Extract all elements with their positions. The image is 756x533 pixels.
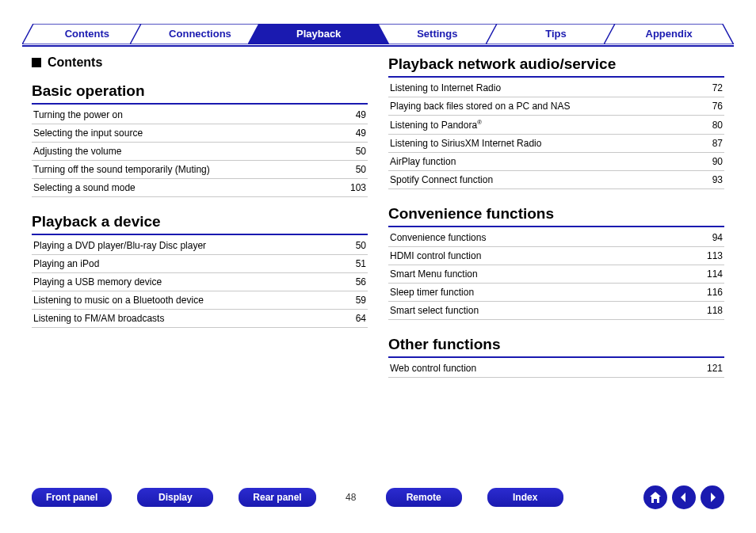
toc-page: 80: [712, 120, 723, 131]
toc-label: Listening to Internet Radio: [390, 82, 501, 93]
section-title: Playback network audio/service: [388, 55, 724, 78]
toc-row[interactable]: Playing back files stored on a PC and NA…: [388, 97, 724, 116]
toc-page: 49: [356, 109, 366, 120]
right-column: Playback network audio/serviceListening …: [388, 55, 724, 394]
back-icon: [678, 491, 690, 504]
toc-label: Smart Menu function: [390, 268, 478, 280]
toc-row[interactable]: Convenience functions94: [388, 229, 724, 247]
toc-page: 113: [707, 250, 723, 261]
toc-label: Listening to music on a Bluetooth device: [33, 295, 204, 306]
tab-label: Tips: [545, 28, 567, 40]
display-button[interactable]: Display: [137, 488, 213, 507]
registered-mark: ®: [477, 119, 482, 126]
toc-label: Playing a DVD player/Blu-ray Disc player: [33, 240, 206, 251]
content-columns: Contents Basic operationTurning the powe…: [32, 55, 724, 394]
toc-row[interactable]: Playing a USB memory device56: [32, 273, 368, 291]
toc-label: Turning the power on: [33, 109, 123, 120]
toc-label: Playing an iPod: [33, 258, 99, 269]
section-gap: [388, 378, 724, 394]
toc-label: Adjusting the volume: [33, 146, 121, 157]
toc-label: Listening to Pandora®: [390, 119, 482, 131]
tab-label: Connections: [169, 28, 231, 40]
toc-row[interactable]: Turning off the sound temporarily (Mutin…: [32, 161, 368, 179]
tab-appendix[interactable]: Appendix: [604, 24, 734, 44]
section-title: Playback a device: [32, 213, 368, 235]
contents-heading: Contents: [32, 55, 368, 70]
toc-row[interactable]: Listening to Pandora®80: [388, 116, 724, 135]
toc-page: 90: [712, 156, 723, 167]
section-gap: [388, 189, 724, 205]
back-button[interactable]: [672, 485, 696, 509]
toc-row[interactable]: Listening to FM/AM broadcasts64: [32, 310, 368, 328]
tab-label: Contents: [65, 28, 109, 40]
index-button[interactable]: Index: [487, 488, 563, 507]
remote-button[interactable]: Remote: [386, 488, 462, 507]
section-gap: [388, 320, 724, 336]
tab-label: Settings: [417, 28, 457, 40]
toc-label: Turning off the sound temporarily (Mutin…: [33, 164, 210, 175]
toc-page: 87: [712, 138, 723, 149]
rear-panel-button[interactable]: Rear panel: [239, 488, 315, 507]
home-button[interactable]: [643, 485, 667, 509]
toc-page: 94: [712, 232, 723, 243]
toc-page: 121: [707, 363, 723, 374]
toc-row[interactable]: Selecting the input source49: [32, 124, 368, 143]
toc-row[interactable]: HDMI control function113: [388, 247, 724, 265]
page-number: 48: [342, 492, 361, 503]
toc-row[interactable]: Selecting a sound mode103: [32, 179, 368, 197]
toc-row[interactable]: Turning the power on49: [32, 106, 368, 124]
tab-playback[interactable]: Playback: [248, 24, 389, 44]
tab-label: Playback: [296, 28, 341, 40]
toc-row[interactable]: Adjusting the volume50: [32, 143, 368, 161]
tabs-baseline: [22, 45, 734, 47]
toc-row[interactable]: Spotify Connect function93: [388, 171, 724, 189]
toc-page: 51: [356, 258, 366, 269]
toc-label: Listening to SiriusXM Internet Radio: [390, 138, 541, 149]
toc-label: AirPlay function: [390, 156, 456, 167]
toc-label: Playing back files stored on a PC and NA…: [390, 101, 570, 112]
home-icon: [649, 491, 662, 504]
toc-row[interactable]: Smart select function118: [388, 302, 724, 320]
toc-page: 116: [707, 287, 723, 298]
toc-page: 76: [712, 101, 723, 112]
toc-page: 72: [712, 82, 723, 93]
toc-label: Listening to FM/AM broadcasts: [33, 313, 164, 324]
toc-row[interactable]: AirPlay function90: [388, 153, 724, 171]
left-column: Contents Basic operationTurning the powe…: [32, 55, 368, 394]
toc-label: Spotify Connect function: [390, 174, 493, 185]
forward-button[interactable]: [701, 485, 724, 509]
toc-row[interactable]: Web control function121: [388, 360, 724, 378]
toc-row[interactable]: Listening to music on a Bluetooth device…: [32, 291, 368, 310]
forward-icon: [706, 491, 719, 504]
toc-label: Web control function: [390, 363, 476, 374]
toc-page: 93: [712, 174, 723, 185]
toc-row[interactable]: Playing a DVD player/Blu-ray Disc player…: [32, 237, 368, 255]
toc-label: Smart select function: [390, 305, 479, 316]
section-gap: [32, 197, 368, 213]
toc-page: 64: [356, 313, 366, 324]
toc-page: 59: [356, 295, 366, 306]
toc-row[interactable]: Sleep timer function116: [388, 284, 724, 302]
toc-label: Convenience functions: [390, 232, 486, 243]
footer: Front panelDisplayRear panel48RemoteInde…: [0, 484, 756, 511]
contents-label: Contents: [48, 55, 102, 70]
toc-row[interactable]: Listening to SiriusXM Internet Radio87: [388, 135, 724, 153]
toc-page: 103: [350, 182, 366, 193]
section-title: Convenience functions: [388, 205, 724, 227]
toc-row[interactable]: Listening to Internet Radio72: [388, 79, 724, 97]
front-panel-button[interactable]: Front panel: [32, 488, 112, 507]
toc-label: Selecting the input source: [33, 128, 143, 139]
section-title: Basic operation: [32, 82, 368, 105]
toc-page: 56: [356, 276, 366, 287]
toc-label: Sleep timer function: [390, 287, 474, 298]
tab-label: Appendix: [646, 28, 693, 40]
toc-row[interactable]: Playing an iPod51: [32, 255, 368, 273]
toc-page: 50: [356, 240, 366, 251]
toc-label: HDMI control function: [390, 250, 481, 261]
toc-page: 50: [356, 164, 366, 175]
section-title: Other functions: [388, 336, 724, 358]
toc-page: 49: [356, 128, 366, 139]
toc-row[interactable]: Smart Menu function114: [388, 265, 724, 284]
toc-page: 50: [356, 146, 366, 157]
toc-label: Selecting a sound mode: [33, 182, 136, 193]
